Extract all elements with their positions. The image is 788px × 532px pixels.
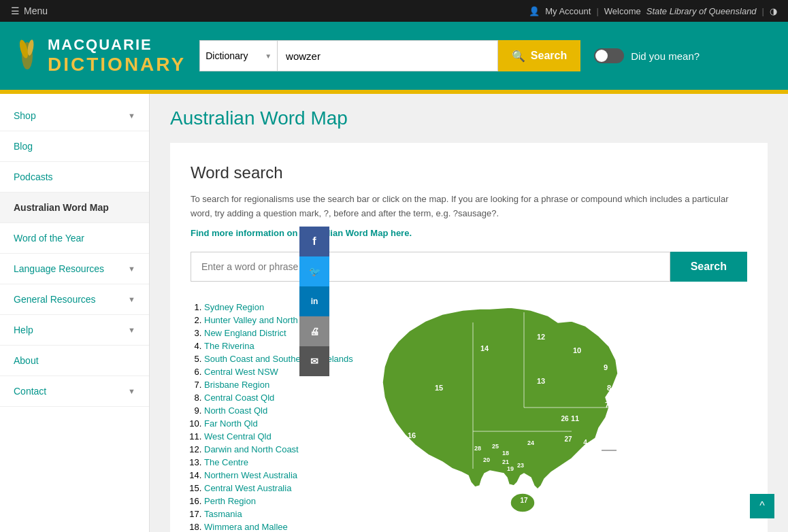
sidebar-item-word-of-the-year[interactable]: Word of the Year [0,223,149,254]
sidebar-item-label: Shop [14,110,36,121]
region-link[interactable]: West Central Qld [204,431,272,442]
region-link[interactable]: Northern West Australia [204,470,297,480]
list-item: The Riverina [204,341,361,351]
menu-button[interactable]: ☰ Menu [11,5,48,16]
australia-map[interactable]: 11 13 15 14 12 10 9 8 7 2 1 3 4 6 [374,302,747,532]
top-bar-right: 👤 My Account | Welcome State Library of … [529,6,777,16]
list-item: Tasmania [204,509,361,519]
chevron-down-icon: ▼ [128,387,135,395]
regions-ordered-list: Sydney Region Hunter Valley and North Co… [191,302,361,532]
list-item: Central Coast Qld [204,393,361,403]
linkedin-button[interactable]: in [299,286,329,316]
list-item: Sydney Region [204,302,361,312]
search-type-select[interactable]: Dictionary Thesaurus [200,41,265,71]
region-link[interactable]: Wimmera and Mallee [204,522,288,532]
svg-text:27: 27 [564,435,572,443]
sidebar-item-label: Help [14,325,33,335]
sidebar-item-label: Podcasts [14,171,53,182]
region-link[interactable]: North Coast Qld [204,405,267,416]
library-name: State Library of Queensland [646,6,757,16]
sidebar-item-label: General Resources [14,294,96,305]
list-item: South Coast and Southern Tablelands [204,354,361,364]
main-layout: Shop ▼ Blog Podcasts Australian Word Map… [0,94,788,532]
did-you-mean-toggle[interactable] [594,48,624,63]
svg-text:20: 20 [483,456,490,463]
word-search-button[interactable]: Search [670,252,747,282]
logo-dictionary: DICTIONARY [48,54,186,76]
twitter-button[interactable]: 🐦 [299,256,329,286]
word-search-input[interactable] [191,252,670,282]
sidebar-item-australian-word-map[interactable]: Australian Word Map [0,193,149,223]
list-item: New England District [204,328,361,338]
back-to-top-button[interactable]: ^ [750,494,774,518]
svg-text:11: 11 [571,414,579,422]
svg-text:9: 9 [604,363,608,371]
svg-text:17: 17 [520,497,528,504]
region-link[interactable]: Sydney Region [204,302,264,312]
search-button-label: Search [531,50,567,62]
sidebar-item-about[interactable]: About [0,346,149,376]
sidebar-item-shop[interactable]: Shop ▼ [0,101,149,131]
toggle-knob [595,50,608,62]
word-search-box: Word search To search for regionalisms u… [170,143,768,532]
region-link[interactable]: Darwin and North Coast [204,444,299,454]
list-item: Far North Qld [204,418,361,429]
top-bar: ☰ Menu 👤 My Account | Welcome State Libr… [0,0,788,22]
sidebar-item-podcasts[interactable]: Podcasts [0,162,149,193]
list-item: Wimmera and Mallee [204,522,361,532]
svg-text:7: 7 [605,401,609,409]
sidebar-item-label: Contact [14,386,46,397]
sidebar-item-help[interactable]: Help ▼ [0,315,149,346]
sidebar-item-language-resources[interactable]: Language Resources ▼ [0,254,149,284]
region-link[interactable]: The Riverina [204,341,255,351]
search-button[interactable]: 🔍 Search [498,40,580,71]
region-link[interactable]: Central Coast Qld [204,393,274,403]
sidebar-item-label: Blog [14,141,33,152]
list-item: West Central Qld [204,431,361,442]
word-map-info-link[interactable]: Find more information on Australian Word… [191,228,747,238]
svg-text:14: 14 [480,344,489,352]
region-link[interactable]: New England District [204,328,286,338]
facebook-button[interactable]: f [299,227,329,256]
sidebar-item-general-resources[interactable]: General Resources ▼ [0,284,149,315]
email-button[interactable]: ✉ [299,346,329,376]
svg-text:6: 6 [587,451,591,459]
chevron-down-icon: ▼ [128,326,135,334]
svg-text:12: 12 [537,333,545,341]
contrast-icon[interactable]: ◑ [770,6,777,16]
region-link[interactable]: The Centre [204,457,248,467]
welcome-text: Welcome [604,6,641,16]
region-link[interactable]: Tasmania [204,509,242,519]
svg-text:24: 24 [527,439,534,446]
svg-text:10: 10 [573,346,581,354]
print-button[interactable]: 🖨 [299,316,329,346]
search-input[interactable] [278,40,498,71]
region-link[interactable]: Far North Qld [204,418,258,429]
my-account-link[interactable]: My Account [545,6,591,16]
svg-text:8: 8 [607,384,611,392]
region-link[interactable]: Perth Region [204,496,256,506]
australia-map-svg[interactable]: 11 13 15 14 12 10 9 8 7 2 1 3 4 6 [374,302,633,520]
list-item: Central West Australia [204,483,361,493]
region-link[interactable]: Brisbane Region [204,380,269,390]
sidebar-item-blog[interactable]: Blog [0,131,149,162]
list-item: Brisbane Region [204,380,361,390]
logo-area[interactable]: MACQUARIE DICTIONARY [14,35,186,76]
svg-text:15: 15 [435,384,443,392]
svg-text:21: 21 [502,459,509,465]
did-you-mean-wrap: Did you mean? [594,48,700,63]
sidebar-item-contact[interactable]: Contact ▼ [0,376,149,407]
region-link[interactable]: South Coast and Southern Tablelands [204,354,353,364]
svg-text:18: 18 [502,450,509,456]
list-item: The Centre [204,457,361,467]
list-item: Darwin and North Coast [204,444,361,454]
sidebar: Shop ▼ Blog Podcasts Australian Word Map… [0,94,150,532]
region-list: Sydney Region Hunter Valley and North Co… [191,302,361,532]
search-type-select-wrap: Dictionary Thesaurus [199,40,278,71]
list-item: Northern West Australia [204,470,361,480]
user-icon: 👤 [529,6,540,16]
region-link[interactable]: Central West NSW [204,367,278,377]
region-link[interactable]: Central West Australia [204,483,291,493]
sidebar-item-label: About [14,355,39,366]
search-bar: Dictionary Thesaurus 🔍 Search [199,40,580,71]
